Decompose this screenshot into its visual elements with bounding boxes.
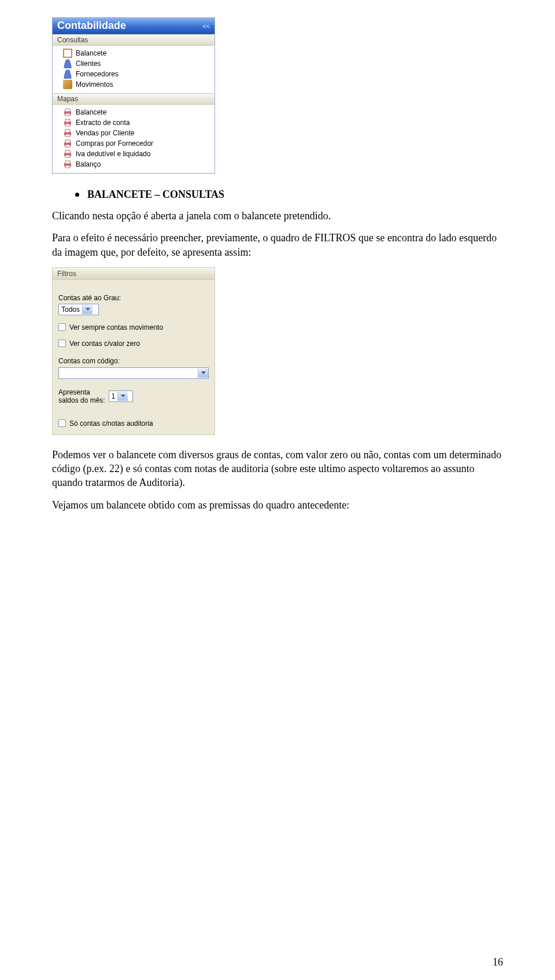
sidebar-title: Contabilidade (57, 20, 126, 32)
svg-rect-11 (65, 145, 70, 147)
cb-movimento-label: Ver sempre contas movimento (69, 323, 163, 331)
cb-auditoria-label: Só contas c/notas auditoria (69, 419, 153, 428)
sidebar-item-extracto[interactable]: Extracto de conta (53, 117, 214, 128)
cb-valor-zero-label: Ver contas c/valor zero (69, 340, 140, 348)
cb-valor-zero-row[interactable]: Ver contas c/valor zero (58, 340, 209, 348)
document-icon (63, 49, 72, 58)
svg-rect-4 (65, 119, 70, 122)
sidebar-item-vendas-cliente[interactable]: Vendas por Cliente (53, 128, 214, 138)
sidebar-item-mapas-balancete[interactable]: Balancete (53, 107, 214, 117)
sidebar-item-iva[interactable]: Iva dedutível e liquidado (53, 149, 214, 159)
chevron-down-icon[interactable] (82, 305, 92, 314)
sidebar-item-label: Vendas por Cliente (76, 129, 134, 137)
bullet-icon (75, 193, 79, 197)
codigo-label: Contas com código: (58, 357, 209, 365)
svg-rect-10 (65, 140, 70, 143)
codigo-combo[interactable] (58, 367, 209, 379)
cb-movimento-row[interactable]: Ver sempre contas movimento (58, 323, 209, 331)
sidebar-item-fornecedores[interactable]: Fornecedores (53, 69, 214, 79)
sidebar-item-label: Balancete (76, 49, 106, 57)
sidebar-item-label: Clientes (76, 60, 101, 68)
printer-icon (63, 118, 72, 127)
sidebar-item-label: Balancete (76, 108, 106, 116)
svg-rect-14 (65, 155, 70, 157)
sidebar-item-label: Iva dedutível e liquidado (76, 150, 150, 158)
sidebar-contabilidade: Contabilidade << Consultas Balancete Cli… (52, 17, 215, 174)
checkbox-icon[interactable] (58, 419, 66, 427)
grau-label: Contas até ao Grau: (58, 294, 209, 302)
printer-icon (63, 139, 72, 148)
printer-icon (63, 108, 72, 117)
checkbox-icon[interactable] (58, 340, 66, 347)
sidebar-item-balancete[interactable]: Balancete (53, 48, 214, 58)
sidebar-item-label: Fornecedores (76, 70, 119, 78)
svg-rect-7 (65, 130, 70, 132)
chevron-down-icon[interactable] (117, 392, 128, 401)
box-icon (63, 80, 72, 89)
svg-rect-5 (65, 124, 70, 126)
saldos-value: 1 (112, 392, 116, 400)
saldos-label-b: saldos do mês: (58, 396, 105, 404)
grau-value: Todos (61, 305, 80, 314)
sidebar-item-label: Extracto de conta (76, 119, 130, 127)
svg-rect-17 (65, 165, 70, 168)
svg-rect-8 (65, 134, 70, 137)
sidebar-item-label: Movimentos (76, 80, 113, 89)
section-consultas-title[interactable]: Consultas (53, 34, 214, 46)
paragraph-1: Clicando nesta opção é aberta a janela c… (52, 209, 503, 223)
filtros-title: Filtros (53, 268, 214, 280)
sidebar-item-clientes[interactable]: Clientes (53, 58, 214, 69)
svg-rect-1 (65, 109, 70, 112)
paragraph-4: Vejamos um balancete obtido com as premi… (52, 498, 503, 512)
svg-rect-16 (65, 161, 70, 164)
paragraph-3: Podemos ver o balancete com diversos gra… (52, 448, 503, 490)
sidebar-item-balanco[interactable]: Balanço (53, 159, 214, 170)
svg-rect-2 (65, 113, 70, 116)
saldos-label-a: Apresenta (58, 388, 105, 396)
cb-auditoria-row[interactable]: Só contas c/notas auditoria (58, 419, 209, 428)
section-heading: BALANCETE – CONSULTAS (52, 189, 503, 201)
consultas-list: Balancete Clientes Fornecedores Moviment… (53, 48, 214, 90)
printer-icon (63, 160, 72, 169)
collapse-icon[interactable]: << (202, 23, 210, 30)
printer-icon (63, 149, 72, 159)
grau-combo[interactable]: Todos (58, 304, 99, 315)
chevron-down-icon[interactable] (198, 369, 208, 378)
sidebar-header[interactable]: Contabilidade << (53, 18, 214, 34)
mapas-list: Balancete Extracto de conta Vendas por C… (53, 107, 214, 170)
sidebar-item-label: Balanço (76, 160, 101, 168)
printer-icon (63, 128, 72, 138)
sidebar-item-label: Compras por Fornecedor (76, 139, 153, 148)
filtros-panel: Filtros Contas até ao Grau: Todos Ver se… (52, 267, 215, 435)
paragraph-2: Para o efeito é necessário preencher, pr… (52, 231, 503, 259)
section-heading-text: BALANCETE – CONSULTAS (87, 189, 224, 200)
section-mapas-title[interactable]: Mapas (53, 93, 214, 105)
checkbox-icon[interactable] (58, 323, 66, 331)
sidebar-item-compras-fornecedor[interactable]: Compras por Fornecedor (53, 138, 214, 149)
person-icon (63, 69, 72, 79)
svg-rect-13 (65, 150, 70, 153)
sidebar-item-movimentos[interactable]: Movimentos (53, 79, 214, 90)
person-icon (63, 59, 72, 68)
saldos-combo[interactable]: 1 (109, 390, 133, 402)
